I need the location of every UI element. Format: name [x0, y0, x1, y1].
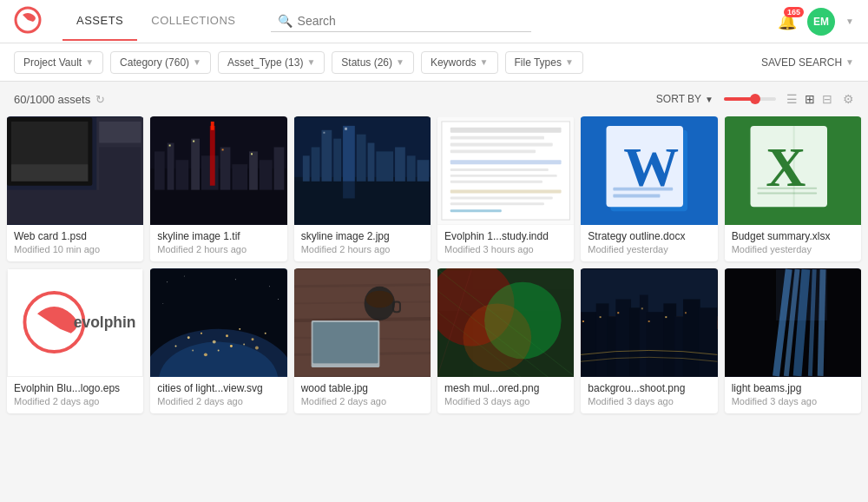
svg-rect-126: [616, 299, 632, 375]
filter-status[interactable]: Status (26) ▼: [332, 51, 414, 74]
svg-rect-38: [395, 147, 405, 181]
asset-card[interactable]: evolphin Evolphin Blu...logo.eps Modifie…: [7, 268, 143, 413]
asset-name: Evolphin Blu...logo.eps: [14, 382, 136, 394]
svg-rect-34: [343, 126, 355, 182]
svg-rect-69: [792, 126, 794, 207]
filter-keywords[interactable]: Keywords ▼: [421, 51, 498, 74]
svg-point-82: [252, 338, 254, 340]
svg-rect-24: [251, 153, 253, 155]
nav-right: 🔔 165 EM ▼: [778, 8, 854, 36]
svg-rect-33: [333, 139, 341, 182]
asset-date: Modified 2 hours ago: [301, 244, 424, 254]
list-view-icon[interactable]: ☰: [786, 92, 798, 106]
svg-rect-6: [99, 122, 141, 143]
svg-point-87: [230, 345, 233, 347]
refresh-icon[interactable]: ↻: [95, 93, 105, 106]
top-nav: ASSETS COLLECTIONS 🔍 🔔 165 EM ▼: [0, 0, 868, 43]
svg-rect-35: [356, 135, 365, 182]
svg-rect-19: [260, 160, 273, 189]
tab-collections[interactable]: COLLECTIONS: [137, 2, 249, 41]
asset-name: Strategy outline.docx: [588, 230, 710, 242]
asset-date: Modified 3 days ago: [588, 396, 710, 406]
search-area[interactable]: 🔍: [271, 10, 531, 32]
asset-card[interactable]: W Strategy outline.docx Modified yesterd…: [581, 116, 717, 261]
svg-rect-135: [600, 316, 602, 318]
svg-rect-42: [323, 132, 325, 134]
asset-name: Evolphin 1...study.indd: [444, 230, 567, 242]
asset-card[interactable]: skyline image 1.tif Modified 2 hours ago: [150, 116, 286, 261]
saved-search-button[interactable]: SAVED SEARCH ▼: [761, 56, 854, 69]
asset-card[interactable]: light beams.jpg Modified 3 days ago: [725, 268, 861, 413]
svg-point-80: [226, 334, 228, 337]
asset-info: Evolphin 1...study.indd Modified 3 hours…: [437, 225, 574, 261]
asset-card[interactable]: skyline image 2.jpg Modified 2 hours ago: [294, 116, 431, 261]
asset-toolbar: 60/1000 assets ↻ SORT BY ▼ ☰ ⊞ ⊟ ⚙: [0, 82, 868, 116]
tab-assets[interactable]: ASSETS: [62, 2, 137, 41]
settings-icon[interactable]: ⚙: [843, 92, 854, 106]
svg-point-78: [201, 333, 202, 334]
svg-point-86: [218, 349, 220, 351]
detail-view-icon[interactable]: ⊟: [822, 92, 832, 106]
svg-rect-50: [450, 160, 562, 164]
svg-rect-16: [220, 147, 231, 189]
asset-date: Modified 2 days ago: [14, 396, 136, 406]
svg-rect-43: [343, 182, 355, 199]
asset-name: Web card 1.psd: [14, 230, 136, 242]
chevron-icon: ▼: [306, 57, 315, 67]
avatar[interactable]: EM: [807, 8, 835, 36]
svg-point-91: [184, 275, 185, 276]
svg-rect-52: [450, 175, 557, 177]
search-input[interactable]: [298, 14, 524, 28]
svg-point-85: [204, 353, 207, 356]
svg-point-81: [240, 328, 241, 330]
filter-file-types[interactable]: File Types ▼: [505, 51, 583, 74]
asset-card[interactable]: mesh mul...ored.png Modified 3 days ago: [437, 268, 574, 413]
notification-badge: 165: [784, 7, 804, 17]
asset-card[interactable]: Web card 1.psd Modified 10 min ago: [7, 116, 143, 261]
grid-view-icon[interactable]: ⊞: [805, 92, 815, 106]
asset-info: backgrou...shoot.png Modified 3 days ago: [581, 377, 717, 413]
chevron-icon: ▼: [845, 57, 854, 67]
filter-category[interactable]: Category (760) ▼: [110, 51, 211, 74]
avatar-chevron-icon[interactable]: ▼: [845, 17, 854, 26]
chevron-icon: ▼: [565, 57, 574, 67]
svg-rect-3: [11, 122, 88, 164]
filter-asset-type[interactable]: Asset_Type (13) ▼: [218, 51, 325, 74]
notification-bell[interactable]: 🔔 165: [778, 12, 797, 31]
asset-info: mesh mul...ored.png Modified 3 days ago: [437, 377, 574, 413]
filter-bar: Project Vault ▼ Category (760) ▼ Asset_T…: [0, 43, 868, 82]
filter-project-vault[interactable]: Project Vault ▼: [14, 51, 103, 74]
svg-rect-11: [155, 151, 165, 189]
asset-card[interactable]: Evolphin 1...study.indd Modified 3 hours…: [437, 116, 574, 261]
svg-rect-41: [345, 128, 347, 130]
svg-rect-36: [367, 143, 374, 182]
sort-by-button[interactable]: SORT BY ▼: [656, 93, 713, 105]
asset-name: light beams.jpg: [732, 382, 854, 394]
logo[interactable]: [14, 6, 42, 37]
search-icon: 🔍: [278, 14, 293, 28]
svg-rect-57: [450, 209, 502, 212]
svg-rect-148: [776, 269, 827, 320]
grid-row-2: evolphin Evolphin Blu...logo.eps Modifie…: [7, 268, 861, 413]
asset-name: backgrou...shoot.png: [588, 382, 710, 394]
svg-point-90: [168, 281, 168, 282]
svg-rect-63: [614, 195, 661, 198]
svg-point-92: [235, 279, 236, 280]
asset-card[interactable]: cities of light...view.svg Modified 2 da…: [150, 268, 286, 413]
chevron-icon: ▼: [480, 57, 489, 67]
svg-rect-53: [450, 181, 542, 183]
svg-point-88: [244, 344, 246, 346]
size-slider[interactable]: [724, 97, 776, 101]
asset-card[interactable]: backgrou...shoot.png Modified 3 days ago: [581, 268, 717, 413]
svg-rect-124: [596, 303, 609, 376]
svg-rect-4: [11, 164, 88, 182]
svg-text:evolphin: evolphin: [74, 314, 136, 331]
chevron-icon: ▼: [705, 95, 713, 104]
filter-right: SAVED SEARCH ▼: [761, 56, 854, 69]
svg-rect-54: [450, 190, 562, 194]
asset-card[interactable]: wood table.jpg Modified 2 days ago: [294, 268, 431, 413]
asset-card[interactable]: X Budget summary.xlsx Modified yesterday: [725, 116, 861, 261]
svg-rect-21: [169, 145, 171, 147]
svg-rect-137: [641, 307, 643, 309]
toolbar-right: SORT BY ▼ ☰ ⊞ ⊟ ⚙: [656, 92, 854, 106]
